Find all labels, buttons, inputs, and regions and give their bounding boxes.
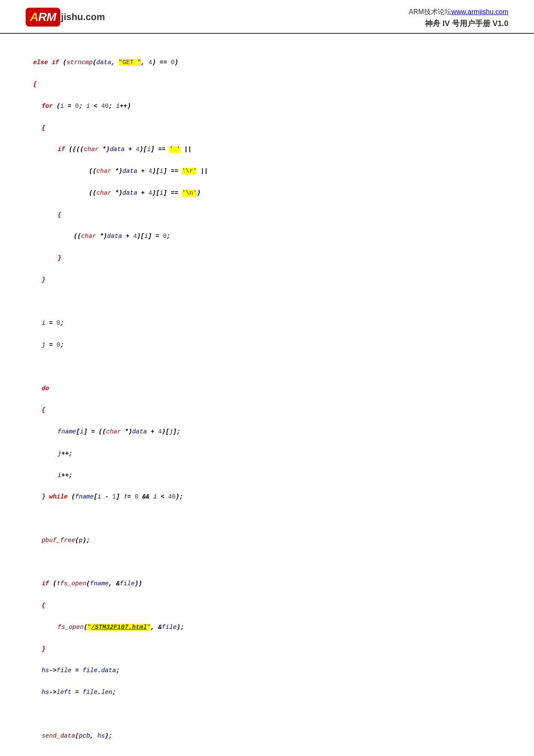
code-line-15: { — [34, 405, 508, 415]
code-line-25: hs->file = file.data; — [34, 665, 508, 676]
code-line-16: fname[i] = ((char *)data + 4)[j]; — [43, 427, 508, 437]
code-line-13: j = 0; — [34, 340, 508, 350]
header-right: ARM技术论坛www.armjishu.com 神舟 IV 号用户手册 V1.0 — [409, 8, 508, 29]
code-line-blank2 — [26, 362, 508, 372]
page-header: ARM jishu.com ARM技术论坛www.armjishu.com 神舟… — [0, 0, 534, 34]
code-line-blank3 — [26, 513, 508, 524]
code-line-6: ((char *)data + 4)[i] == '\r' || — [89, 166, 508, 177]
code-line-blank4 — [26, 557, 508, 568]
code-line-19: } while (fname[i - 1] != 0 && i < 40); — [34, 492, 508, 502]
header-forum: ARM技术论坛www.armjishu.com — [409, 8, 508, 17]
code-line-23: fs_open("/STM32F107.html", &file); — [43, 622, 508, 633]
logo-container: ARM jishu.com — [26, 8, 105, 27]
code-line-26: hs->left = file.len; — [34, 687, 508, 698]
code-line-22: { — [34, 600, 508, 611]
code-line-17: j++; — [43, 448, 508, 459]
code-line-20: pbuf_free(p); — [34, 535, 508, 546]
code-line-12: i = 0; — [34, 318, 508, 329]
code-line-11: } — [34, 275, 508, 285]
code-block: else if (strncmp(data, "GET ", 4) == 0) … — [26, 47, 508, 756]
code-line-5: if ((((char *)data + 4)[i] == ' ' || — [43, 144, 508, 155]
forum-label: ARM技术论坛 — [409, 8, 451, 15]
code-line-2: { — [26, 79, 508, 90]
code-line-1: else if (strncmp(data, "GET ", 4) == 0) — [26, 57, 508, 68]
forum-url[interactable]: www.armjishu.com — [451, 8, 508, 15]
code-line-blank6 — [26, 752, 508, 756]
code-line-blank5 — [26, 709, 508, 720]
code-line-7: ((char *)data + 4)[i] == '\n') — [89, 188, 508, 199]
code-content: else if (strncmp(data, "GET ", 4) == 0) … — [0, 34, 534, 756]
code-line-21: if (!fs_open(fname, &file)) — [34, 578, 508, 589]
code-line-10: } — [43, 253, 508, 264]
logo-jishu-text: jishu.com — [61, 12, 105, 23]
code-line-14: do — [34, 383, 508, 394]
code-line-blank1 — [26, 296, 508, 307]
logo-arm-text: ARM — [30, 10, 56, 24]
code-line-18: i++; — [43, 470, 508, 481]
code-line-24: } — [34, 644, 508, 655]
code-line-27: send_data(pcb, hs); — [34, 731, 508, 741]
code-line-8: { — [43, 210, 508, 220]
code-line-9: ((char *)data + 4)[i] = 0; — [51, 231, 508, 242]
logo: ARM — [26, 8, 60, 27]
code-line-3: for (i = 0; i < 40; i++) — [34, 101, 508, 112]
code-line-4: { — [34, 123, 508, 133]
header-title: 神舟 IV 号用户手册 V1.0 — [409, 18, 508, 29]
